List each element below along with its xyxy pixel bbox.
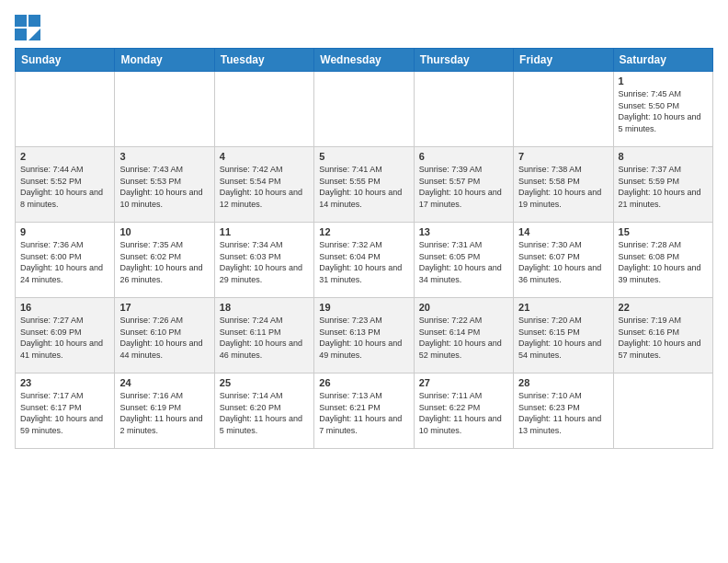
calendar-cell: 28Sunrise: 7:10 AMSunset: 6:23 PMDayligh… (514, 373, 613, 449)
day-number: 9 (20, 226, 109, 237)
day-info: Sunrise: 7:38 AMSunset: 5:58 PMDaylight:… (518, 164, 608, 210)
day-info: Sunrise: 7:44 AMSunset: 5:52 PMDaylight:… (20, 164, 109, 210)
weekday-header-tuesday: Tuesday (214, 49, 313, 72)
day-info: Sunrise: 7:17 AMSunset: 6:17 PMDaylight:… (20, 390, 109, 436)
day-info: Sunrise: 7:28 AMSunset: 6:08 PMDaylight:… (619, 239, 708, 285)
day-info: Sunrise: 7:26 AMSunset: 6:10 PMDaylight:… (119, 315, 209, 361)
day-info: Sunrise: 7:41 AMSunset: 5:55 PMDaylight:… (319, 164, 408, 210)
day-number: 20 (419, 302, 508, 313)
calendar-cell (314, 72, 414, 147)
weekday-header-row: SundayMondayTuesdayWednesdayThursdayFrid… (16, 49, 713, 72)
calendar-cell: 2Sunrise: 7:44 AMSunset: 5:52 PMDaylight… (16, 147, 115, 223)
day-info: Sunrise: 7:37 AMSunset: 5:59 PMDaylight:… (619, 164, 708, 210)
day-number: 5 (319, 151, 408, 162)
logo (15, 15, 44, 40)
day-info: Sunrise: 7:31 AMSunset: 6:05 PMDaylight:… (419, 239, 508, 285)
day-number: 14 (518, 226, 608, 237)
calendar-cell: 18Sunrise: 7:24 AMSunset: 6:11 PMDayligh… (214, 298, 313, 373)
day-info: Sunrise: 7:22 AMSunset: 6:14 PMDaylight:… (419, 315, 508, 361)
day-number: 1 (619, 75, 708, 86)
day-number: 25 (220, 377, 309, 388)
day-info: Sunrise: 7:24 AMSunset: 6:11 PMDaylight:… (220, 315, 309, 361)
weekday-header-sunday: Sunday (16, 49, 115, 72)
calendar-cell: 7Sunrise: 7:38 AMSunset: 5:58 PMDaylight… (514, 147, 613, 223)
day-info: Sunrise: 7:39 AMSunset: 5:57 PMDaylight:… (419, 164, 508, 210)
calendar-cell: 21Sunrise: 7:20 AMSunset: 6:15 PMDayligh… (514, 298, 613, 373)
calendar-cell (613, 373, 712, 449)
day-number: 27 (419, 377, 508, 388)
day-info: Sunrise: 7:20 AMSunset: 6:15 PMDaylight:… (518, 315, 608, 361)
svg-rect-2 (15, 29, 27, 40)
calendar-cell (16, 72, 115, 147)
calendar-cell: 10Sunrise: 7:35 AMSunset: 6:02 PMDayligh… (115, 223, 214, 298)
calendar-cell: 16Sunrise: 7:27 AMSunset: 6:09 PMDayligh… (16, 298, 115, 373)
calendar-cell: 13Sunrise: 7:31 AMSunset: 6:05 PMDayligh… (414, 223, 513, 298)
day-number: 26 (319, 377, 408, 388)
calendar-cell: 4Sunrise: 7:42 AMSunset: 5:54 PMDaylight… (214, 147, 313, 223)
day-info: Sunrise: 7:10 AMSunset: 6:23 PMDaylight:… (518, 390, 608, 436)
calendar-week-5: 23Sunrise: 7:17 AMSunset: 6:17 PMDayligh… (16, 373, 713, 449)
day-number: 13 (419, 226, 508, 237)
page-header (15, 15, 713, 40)
calendar-cell: 20Sunrise: 7:22 AMSunset: 6:14 PMDayligh… (414, 298, 513, 373)
svg-rect-1 (28, 15, 40, 27)
calendar-week-3: 9Sunrise: 7:36 AMSunset: 6:00 PMDaylight… (16, 223, 713, 298)
calendar-cell: 1Sunrise: 7:45 AMSunset: 5:50 PMDaylight… (613, 72, 712, 147)
calendar-cell (514, 72, 613, 147)
weekday-header-saturday: Saturday (613, 49, 712, 72)
day-number: 8 (619, 151, 708, 162)
day-info: Sunrise: 7:43 AMSunset: 5:53 PMDaylight:… (119, 164, 209, 210)
weekday-header-thursday: Thursday (414, 49, 513, 72)
calendar-cell: 27Sunrise: 7:11 AMSunset: 6:22 PMDayligh… (414, 373, 513, 449)
day-number: 18 (220, 302, 309, 313)
calendar-week-4: 16Sunrise: 7:27 AMSunset: 6:09 PMDayligh… (16, 298, 713, 373)
calendar-cell: 9Sunrise: 7:36 AMSunset: 6:00 PMDaylight… (16, 223, 115, 298)
calendar-cell (214, 72, 313, 147)
day-number: 12 (319, 226, 408, 237)
day-number: 2 (20, 151, 109, 162)
day-number: 28 (518, 377, 608, 388)
day-number: 11 (220, 226, 309, 237)
day-info: Sunrise: 7:30 AMSunset: 6:07 PMDaylight:… (518, 239, 608, 285)
day-info: Sunrise: 7:42 AMSunset: 5:54 PMDaylight:… (220, 164, 309, 210)
day-info: Sunrise: 7:32 AMSunset: 6:04 PMDaylight:… (319, 239, 408, 285)
day-number: 3 (119, 151, 209, 162)
day-info: Sunrise: 7:16 AMSunset: 6:19 PMDaylight:… (119, 390, 209, 436)
day-info: Sunrise: 7:36 AMSunset: 6:00 PMDaylight:… (20, 239, 109, 285)
day-number: 24 (119, 377, 209, 388)
calendar-week-2: 2Sunrise: 7:44 AMSunset: 5:52 PMDaylight… (16, 147, 713, 223)
calendar-cell: 3Sunrise: 7:43 AMSunset: 5:53 PMDaylight… (115, 147, 214, 223)
calendar-cell: 22Sunrise: 7:19 AMSunset: 6:16 PMDayligh… (613, 298, 712, 373)
day-info: Sunrise: 7:35 AMSunset: 6:02 PMDaylight:… (119, 239, 209, 285)
calendar-table: SundayMondayTuesdayWednesdayThursdayFrid… (15, 48, 713, 449)
day-info: Sunrise: 7:13 AMSunset: 6:21 PMDaylight:… (319, 390, 408, 436)
day-info: Sunrise: 7:23 AMSunset: 6:13 PMDaylight:… (319, 315, 408, 361)
calendar-cell: 12Sunrise: 7:32 AMSunset: 6:04 PMDayligh… (314, 223, 414, 298)
weekday-header-wednesday: Wednesday (314, 49, 414, 72)
day-number: 19 (319, 302, 408, 313)
day-number: 7 (518, 151, 608, 162)
calendar-cell: 8Sunrise: 7:37 AMSunset: 5:59 PMDaylight… (613, 147, 712, 223)
day-number: 21 (518, 302, 608, 313)
day-info: Sunrise: 7:19 AMSunset: 6:16 PMDaylight:… (619, 315, 708, 361)
svg-marker-3 (28, 29, 40, 40)
calendar-cell: 26Sunrise: 7:13 AMSunset: 6:21 PMDayligh… (314, 373, 414, 449)
day-info: Sunrise: 7:27 AMSunset: 6:09 PMDaylight:… (20, 315, 109, 361)
day-info: Sunrise: 7:34 AMSunset: 6:03 PMDaylight:… (220, 239, 309, 285)
calendar-cell: 24Sunrise: 7:16 AMSunset: 6:19 PMDayligh… (115, 373, 214, 449)
weekday-header-friday: Friday (514, 49, 613, 72)
day-info: Sunrise: 7:11 AMSunset: 6:22 PMDaylight:… (419, 390, 508, 436)
calendar-cell: 15Sunrise: 7:28 AMSunset: 6:08 PMDayligh… (613, 223, 712, 298)
day-number: 17 (119, 302, 209, 313)
day-number: 23 (20, 377, 109, 388)
calendar-cell: 11Sunrise: 7:34 AMSunset: 6:03 PMDayligh… (214, 223, 313, 298)
day-number: 22 (619, 302, 708, 313)
calendar-cell (414, 72, 513, 147)
day-number: 16 (20, 302, 109, 313)
calendar-cell (115, 72, 214, 147)
day-number: 4 (220, 151, 309, 162)
calendar-cell: 17Sunrise: 7:26 AMSunset: 6:10 PMDayligh… (115, 298, 214, 373)
calendar-cell: 6Sunrise: 7:39 AMSunset: 5:57 PMDaylight… (414, 147, 513, 223)
day-info: Sunrise: 7:45 AMSunset: 5:50 PMDaylight:… (619, 88, 708, 134)
logo-icon (15, 15, 40, 40)
